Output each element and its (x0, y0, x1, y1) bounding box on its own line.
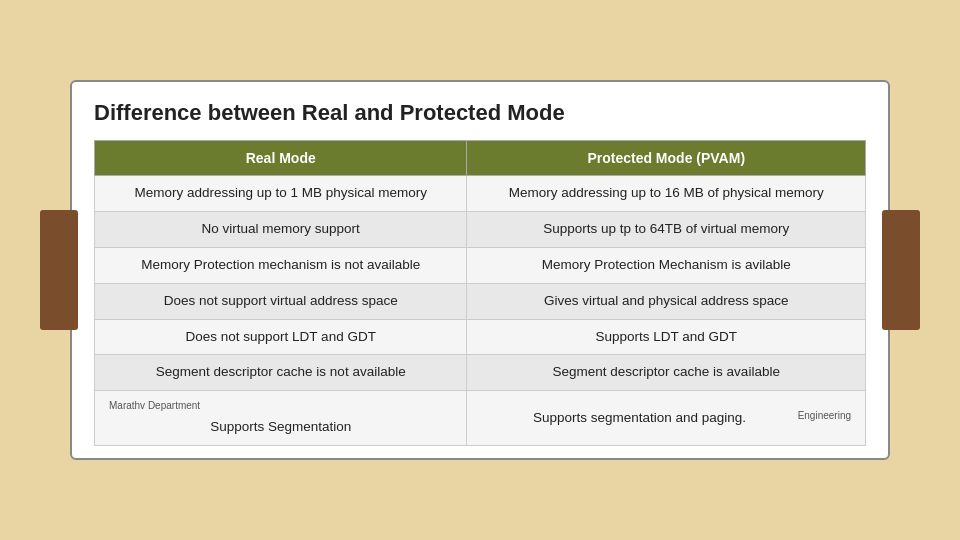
table-row: Memory Protection mechanism is not avail… (95, 247, 866, 283)
table-row: Segment descriptor cache is not availabl… (95, 355, 866, 391)
cell-5-1: Segment descriptor cache is available (467, 355, 866, 391)
cell-3-0: Does not support virtual address space (95, 283, 467, 319)
cell-2-1: Memory Protection Mechanism is avilable (467, 247, 866, 283)
cell-5-0: Segment descriptor cache is not availabl… (95, 355, 467, 391)
comparison-table: Real Mode Protected Mode (PVAM) Memory a… (94, 140, 866, 446)
footer-right: Engineering (798, 409, 851, 423)
brown-block-right (882, 210, 920, 330)
table-row: Does not support LDT and GDTSupports LDT… (95, 319, 866, 355)
cell-2-0: Memory Protection mechanism is not avail… (95, 247, 467, 283)
card-title: Difference between Real and Protected Mo… (94, 100, 866, 126)
brown-block-left (40, 210, 78, 330)
footer-left: Marathv Department (109, 399, 200, 413)
cell-4-1: Supports LDT and GDT (467, 319, 866, 355)
table-row: No virtual memory supportSupports up tp … (95, 211, 866, 247)
header-protected-mode: Protected Mode (PVAM) (467, 140, 866, 175)
cell-1-1: Supports up tp to 64TB of virtual memory (467, 211, 866, 247)
table-row: Marathv DepartmentSupports SegmentationS… (95, 391, 866, 446)
main-card: Difference between Real and Protected Mo… (70, 80, 890, 460)
table-row: Memory addressing up to 1 MB physical me… (95, 175, 866, 211)
table-row: Does not support virtual address spaceGi… (95, 283, 866, 319)
cell-1-0: No virtual memory support (95, 211, 467, 247)
cell-left-6: Marathv DepartmentSupports Segmentation (95, 391, 467, 446)
cell-0-0: Memory addressing up to 1 MB physical me… (95, 175, 467, 211)
page-wrapper: Difference between Real and Protected Mo… (0, 0, 960, 540)
cell-3-1: Gives virtual and physical address space (467, 283, 866, 319)
cell-4-0: Does not support LDT and GDT (95, 319, 467, 355)
header-real-mode: Real Mode (95, 140, 467, 175)
cell-right-6: Supports segmentation and paging.Enginee… (467, 391, 866, 446)
cell-0-1: Memory addressing up to 16 MB of physica… (467, 175, 866, 211)
